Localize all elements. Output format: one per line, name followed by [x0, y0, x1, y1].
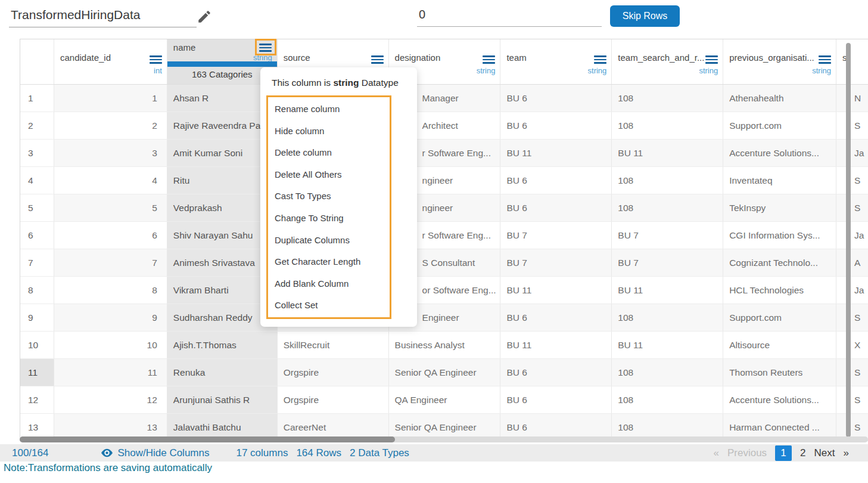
- cell-s: S: [836, 112, 868, 139]
- cell-team_search_and_r...: 108: [612, 194, 723, 221]
- menu-item-cast-to-types[interactable]: Cast To Types: [268, 185, 390, 208]
- column-menu-icon[interactable]: [705, 52, 718, 66]
- cell-name: Renuka: [167, 359, 278, 386]
- pagination: « Previous 1 2 Next »: [713, 444, 849, 462]
- cell-candidate_id: 1: [54, 85, 167, 112]
- edit-title-icon[interactable]: [197, 9, 212, 24]
- cell-s: S: [836, 359, 868, 386]
- cell-team_search_and_r...: 108: [612, 386, 723, 413]
- cell-designation: Business Analyst: [389, 332, 501, 358]
- cell-candidate_id: 9: [54, 304, 167, 331]
- pagination-previous[interactable]: Previous: [727, 447, 767, 459]
- cell-team_search_and_r...: BU 11: [612, 277, 723, 304]
- pagination-next[interactable]: Next: [814, 447, 835, 459]
- cell-team_search_and_r...: 108: [612, 167, 723, 194]
- autosave-note: Note:Transformations are saving automati…: [4, 462, 212, 474]
- menu-item-change-to-string[interactable]: Change To String: [268, 208, 390, 230]
- row-index: 12: [20, 386, 54, 413]
- menu-item-hide-column[interactable]: Hide column: [268, 120, 390, 143]
- cell-s: S: [836, 386, 868, 413]
- table-row: 11Ahsan RManagerBU 6108AthenahealthN: [20, 85, 868, 112]
- selected-column-menu-highlight[interactable]: [255, 39, 276, 55]
- cell-team: BU 6: [500, 386, 612, 413]
- cell-team: BU 6: [500, 112, 612, 139]
- cell-team: BU 11: [500, 332, 612, 358]
- column-menu-icon[interactable]: [819, 52, 831, 66]
- table-row: 1010Ajish.T.ThomasSkillRecruitBusiness A…: [20, 332, 868, 359]
- cell-team_search_and_r...: BU 7: [612, 222, 723, 249]
- horizontal-scrollbar-track[interactable]: [20, 436, 868, 442]
- row-index: 3: [20, 140, 54, 166]
- skip-rows-button[interactable]: Skip Rows: [610, 5, 680, 27]
- pagination-last[interactable]: »: [844, 447, 849, 459]
- data-grid: candidate_idintnamestring163 Catagoriess…: [20, 39, 868, 441]
- cell-previous_organisati...: Accenture Solutions...: [723, 386, 836, 413]
- column-menu-icon[interactable]: [371, 52, 384, 66]
- row-index: 5: [20, 194, 54, 221]
- cell-s: S: [836, 194, 868, 221]
- cell-previous_organisati...: Thomson Reuters: [723, 359, 836, 386]
- cell-previous_organisati...: CGI Information Sys...: [723, 222, 836, 249]
- row-index: 10: [20, 332, 54, 358]
- column-menu-icon[interactable]: [594, 52, 606, 66]
- menu-item-get-character-length[interactable]: Get Character Length: [268, 251, 390, 273]
- menu-item-delete-all-others[interactable]: Delete All Others: [268, 164, 390, 186]
- cell-candidate_id: 12: [54, 386, 167, 413]
- column-menu-icon[interactable]: [259, 41, 272, 54]
- pagination-first[interactable]: «: [713, 447, 718, 459]
- status-bar: 100/164 Show/Hide Columns 17 columns 164…: [0, 444, 868, 462]
- cell-designation: Senior QA Engineer: [389, 359, 501, 386]
- category-bar: [167, 61, 277, 67]
- cell-previous_organisati...: Athenahealth: [723, 85, 836, 112]
- cell-candidate_id: 6: [54, 222, 167, 249]
- menu-item-rename-column[interactable]: Rename column: [268, 98, 390, 120]
- cell-previous_organisati...: Altisource: [723, 332, 836, 358]
- cell-candidate_id: 4: [54, 167, 167, 194]
- cell-candidate_id: 11: [54, 359, 167, 386]
- column-type-label: string: [723, 66, 836, 75]
- column-header-team_search_and_r...: team_search_and_r...string: [612, 39, 723, 84]
- menu-item-duplicate-columns[interactable]: Duplicate Columns: [268, 230, 390, 252]
- show-hide-eye-icon[interactable]: [101, 447, 113, 459]
- menu-item-add-blank-column[interactable]: Add Blank Column: [268, 273, 390, 295]
- pagination-page-1[interactable]: 1: [775, 445, 792, 461]
- columns-count: 17 columns: [236, 447, 288, 459]
- cell-previous_organisati...: Support.com: [723, 112, 836, 139]
- cell-candidate_id: 2: [54, 112, 167, 139]
- cell-candidate_id: 3: [54, 140, 167, 166]
- dataset-title: TransformedHiringData: [11, 8, 140, 22]
- cell-previous_organisati...: TekInspy: [723, 194, 836, 221]
- column-header-previous_organisati...: previous_organisati...string: [723, 39, 836, 84]
- skip-rows-input-underline: [417, 26, 602, 27]
- table-body: 11Ahsan RManagerBU 6108AthenahealthN22Ra…: [20, 85, 868, 441]
- pagination-page-2[interactable]: 2: [800, 447, 805, 459]
- column-header-candidate_id: candidate_idint: [54, 39, 167, 84]
- menu-item-collect-set[interactable]: Collect Set: [268, 295, 390, 317]
- show-hide-columns-link[interactable]: Show/Hide Columns: [117, 447, 209, 459]
- cell-team_search_and_r...: 108: [612, 359, 723, 386]
- table-header-row: candidate_idintnamestring163 Catagoriess…: [20, 39, 868, 85]
- table-row: 77Animesh SrivastavaS ConsultantBU 7BU 7…: [20, 249, 868, 277]
- column-menu-icon[interactable]: [150, 52, 162, 66]
- cell-team: BU 11: [500, 277, 612, 304]
- row-index: 11: [20, 359, 54, 386]
- row-index: 9: [20, 304, 54, 331]
- column-menu-items: Rename columnHide columnDelete columnDel…: [266, 95, 391, 319]
- table-row: 99Sudharshan ReddyEngineerBU 6108Support…: [20, 304, 868, 332]
- table-row: 22Rajive Raveendra PaArchitectBU 6108Sup…: [20, 112, 868, 140]
- row-index: 2: [20, 112, 54, 139]
- cell-team: BU 6: [500, 194, 612, 221]
- row-index: 4: [20, 167, 54, 194]
- menu-item-delete-column[interactable]: Delete column: [268, 142, 390, 164]
- skip-rows-input[interactable]: 0: [419, 8, 425, 21]
- cell-team: BU 11: [500, 140, 612, 166]
- table-row: 33Amit Kumar Sonir Software Eng...BU 11B…: [20, 140, 868, 167]
- cell-previous_organisati...: Cognizant Technolo...: [723, 249, 836, 276]
- cell-previous_organisati...: Accenture Solutions...: [723, 140, 836, 166]
- table-row: 88Vikram Bhartior Software Eng...BU 11BU…: [20, 277, 868, 304]
- horizontal-scrollbar-thumb[interactable]: [20, 436, 395, 442]
- table-row: 66Shiv Narayan Sahur Software Eng...BU 7…: [20, 222, 868, 249]
- vertical-scrollbar[interactable]: [846, 43, 851, 437]
- column-menu-icon[interactable]: [483, 52, 495, 66]
- cell-team_search_and_r...: 108: [612, 304, 723, 331]
